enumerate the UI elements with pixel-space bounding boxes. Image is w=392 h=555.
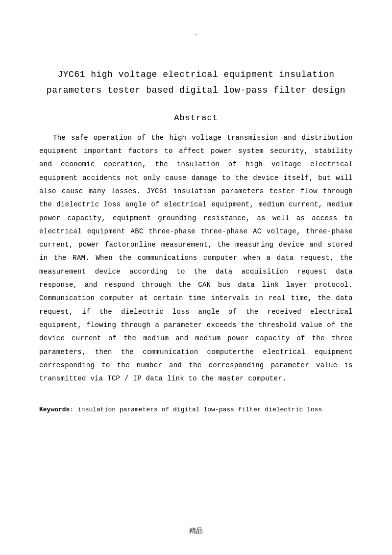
page: . JYC61 high voltage electrical equipmen…: [0, 0, 392, 555]
title-section: JYC61 high voltage electrical equipment …: [39, 67, 353, 99]
keywords-text: : insulation parameters of digital low-p…: [70, 406, 322, 413]
abstract-body: The safe operation of the high voltage t…: [39, 131, 353, 386]
title-line-1: JYC61 high voltage electrical equipment …: [39, 67, 353, 82]
abstract-heading: Abstract: [39, 113, 353, 123]
keywords-label: Keywords: [39, 406, 70, 413]
footer-text: 精品: [0, 527, 392, 535]
title-line-2: parameters tester based digital low-pass…: [39, 82, 353, 98]
dot-text: .: [194, 29, 198, 37]
keywords-section: Keywords: insulation parameters of digit…: [39, 405, 353, 415]
dot-decoration: .: [39, 29, 353, 37]
